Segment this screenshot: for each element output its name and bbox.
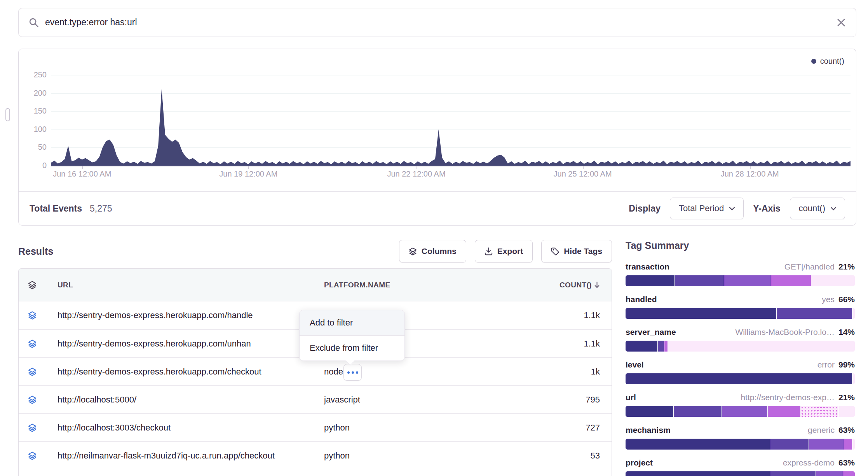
table-header: URL PLATFORM.NAME COUNT() <box>19 269 612 301</box>
tag-bar-segment[interactable] <box>843 471 855 476</box>
tag-top-value: http://sentry-demos-exp… <box>741 393 835 402</box>
tag-bar-segment[interactable] <box>811 275 855 286</box>
tag-bar-segment[interactable] <box>626 341 658 352</box>
chart-footer: Total Events 5,275 Display Total Period … <box>19 191 856 225</box>
tag-distribution-bar[interactable] <box>626 439 855 450</box>
tag-bar-segment[interactable] <box>809 439 844 450</box>
stack-icon[interactable] <box>19 281 46 289</box>
column-header-url[interactable]: URL <box>46 281 324 289</box>
tag-distribution-bar[interactable] <box>626 406 855 417</box>
tag-name[interactable]: server_name <box>626 327 676 337</box>
column-header-count[interactable]: COUNT() <box>542 281 612 289</box>
tag-bar-segment[interactable] <box>852 439 855 450</box>
tag-block: handled yes 66% <box>626 295 855 319</box>
search-bar[interactable]: event.type:error has:url <box>18 8 856 37</box>
hide-tags-button[interactable]: Hide Tags <box>541 240 612 262</box>
table-row[interactable]: http://neilmanvar-flask-m3uuizd7iq-uc.a.… <box>19 441 612 469</box>
url-cell[interactable]: http://sentry-demos-express.herokuapp.co… <box>46 339 324 349</box>
chart-resize-handle[interactable] <box>5 108 10 121</box>
tag-bar-segment[interactable] <box>626 308 777 319</box>
display-dropdown-value: Total Period <box>679 203 724 214</box>
chart-legend[interactable]: count() <box>811 57 844 66</box>
tag-bar-segment[interactable] <box>626 373 852 384</box>
columns-button[interactable]: Columns <box>399 240 466 262</box>
tag-bar-segment[interactable] <box>626 275 675 286</box>
tag-bar-segment[interactable] <box>771 275 811 286</box>
tag-bar-segment[interactable] <box>724 275 771 286</box>
tag-name[interactable]: mechanism <box>626 425 671 435</box>
yaxis-dropdown-value: count() <box>799 203 825 214</box>
table-row[interactable]: http://localhost:3003/checkout python 72… <box>19 413 612 441</box>
tag-name[interactable]: transaction <box>626 262 669 271</box>
tag-bar-segment[interactable] <box>777 308 852 319</box>
clear-search-icon[interactable] <box>837 18 846 27</box>
tag-bar-segment[interactable] <box>844 439 852 450</box>
tag-distribution-bar[interactable] <box>626 373 855 384</box>
tag-distribution-bar[interactable] <box>626 275 855 286</box>
tag-bar-segment[interactable] <box>770 471 816 476</box>
count-cell[interactable]: 1.1k <box>542 339 612 349</box>
table-row[interactable]: http://localhost:5000/ javascript 795 <box>19 385 612 413</box>
tag-bar-segment[interactable] <box>816 471 844 476</box>
url-cell[interactable]: http://localhost:5000/ <box>46 395 324 405</box>
count-cell[interactable]: 795 <box>542 395 612 405</box>
table-row[interactable]: http://sentry-demos-express.herokuapp.co… <box>19 357 612 385</box>
tag-bar-segment[interactable] <box>664 341 668 352</box>
tag-bar-segment[interactable] <box>852 373 855 384</box>
area-chart[interactable] <box>51 70 851 166</box>
tag-summary-panel: Tag Summary transaction GET|/handled 21%… <box>626 240 855 476</box>
tag-bar-segment[interactable] <box>839 406 855 417</box>
platform-cell[interactable]: python <box>324 451 542 461</box>
x-tick-mark <box>248 166 249 169</box>
yaxis-dropdown[interactable]: count() <box>790 198 845 219</box>
tag-name[interactable]: project <box>626 458 653 467</box>
column-header-platform[interactable]: PLATFORM.NAME <box>324 281 542 289</box>
count-cell[interactable]: 727 <box>542 423 612 433</box>
display-dropdown[interactable]: Total Period <box>670 198 744 219</box>
tag-bar-segment[interactable] <box>626 471 770 476</box>
tag-name[interactable]: url <box>626 393 636 402</box>
tag-percentage: 21% <box>838 262 855 271</box>
tag-bar-segment[interactable] <box>722 406 768 417</box>
tag-distribution-bar[interactable] <box>626 341 855 352</box>
tag-name[interactable]: handled <box>626 295 657 304</box>
tag-name[interactable]: level <box>626 360 644 369</box>
url-cell[interactable]: http://localhost:3003/checkout <box>46 423 324 433</box>
tag-bar-segment[interactable] <box>658 341 665 352</box>
count-cell[interactable]: 53 <box>542 451 612 461</box>
url-cell[interactable]: http://sentry-demos-express.herokuapp.co… <box>46 310 324 320</box>
export-button[interactable]: Export <box>475 240 533 262</box>
url-cell[interactable]: http://neilmanvar-flask-m3uuizd7iq-uc.a.… <box>46 451 324 461</box>
platform-cell[interactable]: python <box>324 423 542 433</box>
stack-icon[interactable] <box>19 340 46 348</box>
stack-icon[interactable] <box>19 424 46 432</box>
x-tick-mark <box>750 166 751 169</box>
tag-bar-segment[interactable] <box>626 406 674 417</box>
tag-bar-segment[interactable] <box>852 308 855 319</box>
tag-distribution-bar[interactable] <box>626 308 855 319</box>
tag-bar-segment[interactable] <box>626 439 770 450</box>
stack-icon[interactable] <box>19 396 46 404</box>
search-input[interactable]: event.type:error has:url <box>45 17 837 28</box>
export-button-label: Export <box>497 247 523 256</box>
tag-bar-segment[interactable] <box>770 439 809 450</box>
platform-cell[interactable]: javascript <box>324 395 542 405</box>
tag-top-value: Williams-MacBook-Pro.lo… <box>735 327 835 337</box>
menu-item-add-to-filter[interactable]: Add to filter <box>300 310 404 335</box>
count-cell[interactable]: 1.1k <box>542 310 612 320</box>
stack-icon[interactable] <box>19 452 46 460</box>
tag-bar-segment[interactable] <box>675 275 724 286</box>
tag-bar-segment[interactable] <box>801 406 838 417</box>
tag-bar-segment[interactable] <box>674 406 722 417</box>
menu-item-exclude-from-filter[interactable]: Exclude from filter <box>300 336 404 360</box>
url-cell[interactable]: http://sentry-demos-express.herokuapp.co… <box>46 367 324 377</box>
tag-top-value: express-demo <box>783 458 835 467</box>
tag-percentage: 63% <box>838 425 855 435</box>
tag-bar-segment[interactable] <box>668 341 855 352</box>
tag-bar-segment[interactable] <box>768 406 801 417</box>
stack-icon[interactable] <box>19 368 46 376</box>
tag-distribution-bar[interactable] <box>626 471 855 476</box>
cell-actions-button[interactable] <box>343 364 362 381</box>
count-cell[interactable]: 1k <box>542 367 612 377</box>
stack-icon[interactable] <box>19 311 46 320</box>
